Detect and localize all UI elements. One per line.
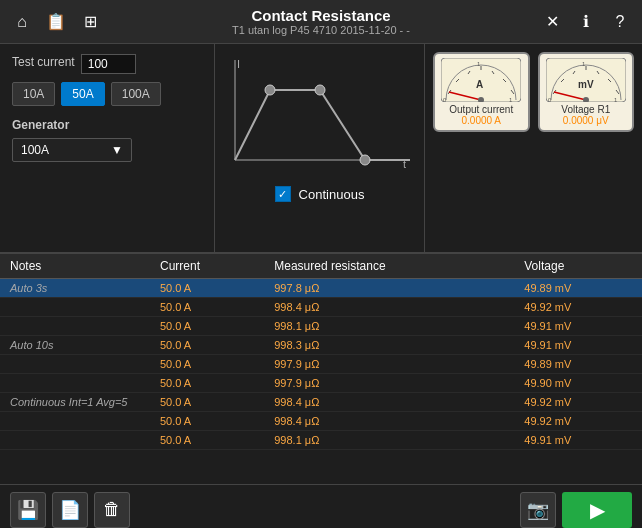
clipboard-icon[interactable]: 📋: [42, 8, 70, 36]
cell-notes: [0, 355, 150, 374]
cell-current: 50.0 A: [150, 393, 264, 412]
svg-text:I: I: [237, 58, 240, 70]
output-current-value: 0.0000 A: [462, 115, 501, 126]
test-current-row: Test current: [12, 54, 202, 74]
help-icon[interactable]: ?: [606, 8, 634, 36]
save-button[interactable]: 💾: [10, 492, 46, 528]
chevron-down-icon: ▼: [111, 143, 123, 157]
btn-50a[interactable]: 50A: [61, 82, 104, 106]
current-meter-arc: A 0 1 1: [441, 58, 521, 102]
camera-button[interactable]: 📷: [520, 492, 556, 528]
cell-voltage: 49.92 mV: [514, 412, 642, 431]
main-content: Test current 10A 50A 100A Generator 100A…: [0, 44, 642, 254]
sub-title: T1 utan log P45 4710 2015-11-20 - -: [104, 24, 538, 36]
table-body: Auto 3s 50.0 A 997.8 μΩ 49.89 mV 50.0 A …: [0, 279, 642, 450]
output-current-meter: A 0 1 1 Output current 0.0000 A: [433, 52, 530, 132]
cell-current: 50.0 A: [150, 317, 264, 336]
app-title: Contact Resistance T1 utan log P45 4710 …: [104, 7, 538, 36]
table-row[interactable]: 50.0 A 998.4 μΩ 49.92 mV: [0, 298, 642, 317]
cell-voltage: 49.92 mV: [514, 393, 642, 412]
data-table-area[interactable]: Notes Current Measured resistance Voltag…: [0, 254, 642, 484]
voltage-meter-svg: mV 0 1 1: [546, 58, 626, 102]
generator-label: Generator: [12, 118, 202, 132]
cell-resistance: 998.1 μΩ: [264, 431, 514, 450]
test-current-label: Test current: [12, 55, 75, 69]
play-button[interactable]: ▶: [562, 492, 632, 528]
cell-voltage: 49.90 mV: [514, 374, 642, 393]
col-notes: Notes: [0, 254, 150, 279]
cell-notes: Auto 10s: [0, 336, 150, 355]
cell-resistance: 998.3 μΩ: [264, 336, 514, 355]
cell-voltage: 49.89 mV: [514, 355, 642, 374]
main-title: Contact Resistance: [104, 7, 538, 24]
middle-panel: I t Continuous: [215, 44, 425, 252]
continuous-checkbox[interactable]: [275, 186, 291, 202]
cell-notes: Auto 3s: [0, 279, 150, 298]
svg-point-4: [265, 85, 275, 95]
right-panel: A 0 1 1 Output current 0.0000 A: [425, 44, 642, 252]
svg-text:A: A: [476, 79, 483, 90]
cell-notes: [0, 431, 150, 450]
cell-resistance: 998.4 μΩ: [264, 393, 514, 412]
waveform-svg: I t: [225, 50, 415, 180]
svg-text:mV: mV: [578, 79, 594, 90]
table-header-row: Notes Current Measured resistance Voltag…: [0, 254, 642, 279]
cell-notes: [0, 412, 150, 431]
cell-notes: [0, 374, 150, 393]
btn-10a[interactable]: 10A: [12, 82, 55, 106]
cell-resistance: 998.1 μΩ: [264, 317, 514, 336]
export-button[interactable]: 📄: [52, 492, 88, 528]
current-meter-svg: A 0 1 1: [441, 58, 521, 102]
continuous-row: Continuous: [275, 186, 365, 202]
cell-notes: [0, 317, 150, 336]
table-row[interactable]: Auto 3s 50.0 A 997.8 μΩ 49.89 mV: [0, 279, 642, 298]
table-row[interactable]: Continuous Int=1 Avg=5 50.0 A 998.4 μΩ 4…: [0, 393, 642, 412]
col-current: Current: [150, 254, 264, 279]
bottom-bar: 💾 📄 🗑 📷 ▶: [0, 484, 642, 528]
cell-resistance: 998.4 μΩ: [264, 412, 514, 431]
cell-resistance: 997.9 μΩ: [264, 355, 514, 374]
cell-current: 50.0 A: [150, 431, 264, 450]
cell-voltage: 49.91 mV: [514, 317, 642, 336]
waveform-display: I t: [225, 50, 415, 180]
top-bar-left-icons: ⌂ 📋 ⊞: [8, 8, 104, 36]
cell-current: 50.0 A: [150, 298, 264, 317]
top-bar: ⌂ 📋 ⊞ Contact Resistance T1 utan log P45…: [0, 0, 642, 44]
table-row[interactable]: 50.0 A 998.4 μΩ 49.92 mV: [0, 412, 642, 431]
table-row[interactable]: 50.0 A 998.1 μΩ 49.91 mV: [0, 431, 642, 450]
btn-100a[interactable]: 100A: [111, 82, 161, 106]
measurements-table: Notes Current Measured resistance Voltag…: [0, 254, 642, 450]
generator-select[interactable]: 100A ▼: [12, 138, 132, 162]
voltage-r1-meter: mV 0 1 1 Voltage R1 0.0000 μV: [538, 52, 635, 132]
wrench-icon[interactable]: ✕: [538, 8, 566, 36]
cell-resistance: 997.8 μΩ: [264, 279, 514, 298]
voltage-r1-value: 0.0000 μV: [563, 115, 609, 126]
cell-current: 50.0 A: [150, 412, 264, 431]
info-icon[interactable]: ℹ: [572, 8, 600, 36]
table-row[interactable]: 50.0 A 997.9 μΩ 49.89 mV: [0, 355, 642, 374]
output-current-label: Output current: [449, 104, 513, 115]
col-resistance: Measured resistance: [264, 254, 514, 279]
left-panel: Test current 10A 50A 100A Generator 100A…: [0, 44, 215, 252]
table-row[interactable]: 50.0 A 997.9 μΩ 49.90 mV: [0, 374, 642, 393]
test-current-input[interactable]: [81, 54, 136, 74]
continuous-label: Continuous: [299, 187, 365, 202]
cell-current: 50.0 A: [150, 279, 264, 298]
cell-notes: Continuous Int=1 Avg=5: [0, 393, 150, 412]
meters-row: A 0 1 1 Output current 0.0000 A: [433, 52, 634, 132]
cell-voltage: 49.92 mV: [514, 298, 642, 317]
cell-resistance: 997.9 μΩ: [264, 374, 514, 393]
delete-button[interactable]: 🗑: [94, 492, 130, 528]
col-voltage: Voltage: [514, 254, 642, 279]
home-icon[interactable]: ⌂: [8, 8, 36, 36]
grid-icon[interactable]: ⊞: [76, 8, 104, 36]
cell-current: 50.0 A: [150, 374, 264, 393]
cell-resistance: 998.4 μΩ: [264, 298, 514, 317]
cell-voltage: 49.91 mV: [514, 431, 642, 450]
table-row[interactable]: Auto 10s 50.0 A 998.3 μΩ 49.91 mV: [0, 336, 642, 355]
voltage-meter-arc: mV 0 1 1: [546, 58, 626, 102]
cell-voltage: 49.89 mV: [514, 279, 642, 298]
svg-point-6: [360, 155, 370, 165]
svg-point-5: [315, 85, 325, 95]
table-row[interactable]: 50.0 A 998.1 μΩ 49.91 mV: [0, 317, 642, 336]
